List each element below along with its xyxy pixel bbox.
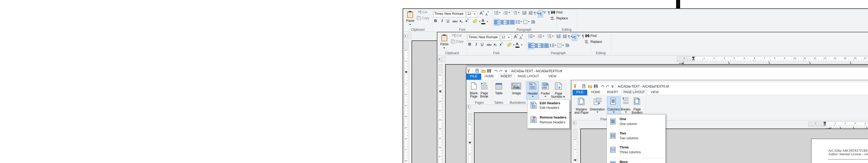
svg-text:¶: ¶ [582,34,584,38]
svg-text:AB: AB [585,40,588,42]
svg-text:AB: AB [551,17,553,18]
svg-text:A: A [485,12,488,17]
svg-text:3: 3 [503,13,504,15]
svg-text:3: 3 [514,13,515,15]
svg-text:¶: ¶ [568,44,569,47]
svg-text:¶: ¶ [540,11,542,16]
svg-text:3: 3 [538,37,538,38]
svg-text:A: A [520,36,522,40]
svg-text:#: # [558,85,561,89]
svg-text:¶: ¶ [568,34,570,38]
svg-text:¶: ¶ [548,10,550,15]
svg-text:¶: ¶ [534,11,536,15]
svg-text:3: 3 [548,37,549,38]
svg-text:A: A [514,34,517,39]
svg-text:¶: ¶ [574,35,576,39]
svg-text:A: A [479,11,483,16]
svg-text:¶: ¶ [533,21,535,24]
